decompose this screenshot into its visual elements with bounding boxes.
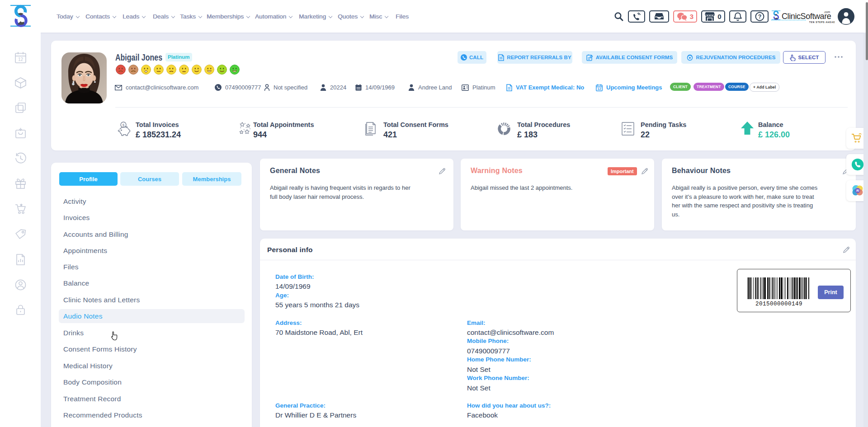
- svg-text:12: 12: [18, 57, 24, 62]
- svg-text:TEN STEPS AHEAD: TEN STEPS AHEAD: [809, 21, 835, 23]
- svg-text:AI: AI: [856, 189, 859, 192]
- svg-text:.com: .com: [824, 10, 830, 14]
- svg-text:12: 12: [597, 87, 601, 91]
- svg-text:?: ?: [758, 14, 761, 20]
- svg-text:$: $: [123, 123, 125, 127]
